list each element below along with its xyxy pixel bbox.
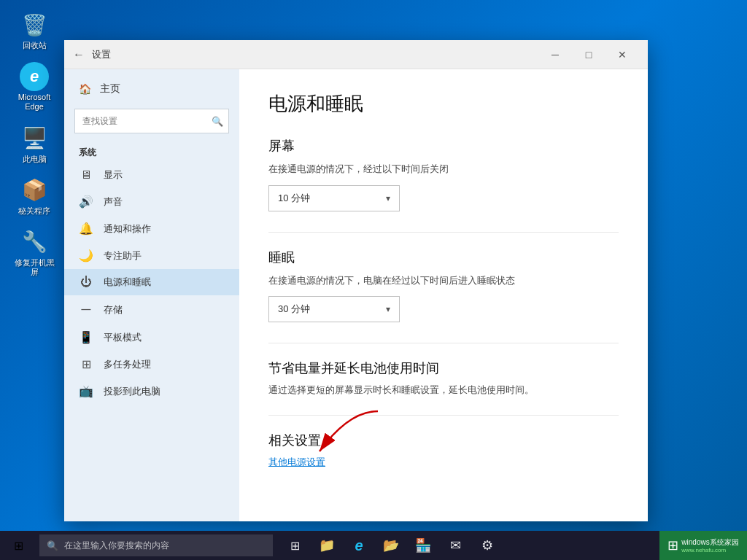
divider-2 <box>268 343 619 343</box>
taskbar: ⊞ 🔍 在这里输入你要搜索的内容 ⊞ 📁 e 📂 🏪 ✉ <box>0 531 747 560</box>
storage-icon: ─ <box>79 302 93 317</box>
store-icon: 🏪 <box>415 537 431 553</box>
taskbar-store[interactable]: 🏪 <box>407 531 439 560</box>
power-icon: ⏻ <box>79 276 93 289</box>
taskbar-settings[interactable]: ⚙ <box>471 531 503 560</box>
edge-icon[interactable]: e MicrosoftEdge <box>9 59 60 114</box>
title-bar: ← 设置 ─ □ ✕ <box>64 40 648 69</box>
home-label: 主页 <box>100 82 120 96</box>
settings-window: ← 设置 ─ □ ✕ 🏠 主页 🔍 系统 <box>64 40 648 521</box>
search-icon: 🔍 <box>212 116 223 127</box>
save-energy-desc: 通过选择更短的屏幕显示时长和睡眠设置，延长电池使用时间。 <box>268 383 619 397</box>
sidebar-item-sound[interactable]: 🔊 声音 <box>64 188 239 215</box>
taskbar-edge[interactable]: e <box>343 531 375 560</box>
screen-section-title: 屏幕 <box>268 137 619 155</box>
sidebar-home-button[interactable]: 🏠 主页 <box>64 75 239 103</box>
sidebar-item-notifications[interactable]: 🔔 通知和操作 <box>64 215 239 242</box>
project-label: 投影到此电脑 <box>104 385 160 398</box>
page-title: 电源和睡眠 <box>268 91 619 117</box>
tablet-icon: 📱 <box>79 330 93 344</box>
brand-logo-icon: ⊞ <box>667 537 678 553</box>
taskbar-file-explorer[interactable]: 📁 <box>311 531 343 560</box>
divider-1 <box>268 232 619 233</box>
desktop-icons: 🗑️ 回收站 e MicrosoftEdge 🖥️ 此电脑 📦 秘关程序 🔧 修… <box>9 7 60 280</box>
window-controls: ─ □ ✕ <box>538 40 639 69</box>
brand-name: windows系统家园 <box>681 538 738 547</box>
taskbar-apps: ⊞ 📁 e 📂 🏪 ✉ ⚙ <box>279 531 503 560</box>
fix-app-icon[interactable]: 🔧 修复开机黑屏 <box>9 225 60 280</box>
sidebar-section-title: 系统 <box>64 139 239 162</box>
screen-timeout-dropdown[interactable]: 10 分钟 ▾ <box>268 185 400 211</box>
notifications-icon: 🔔 <box>79 222 93 236</box>
sleep-section-desc: 在接通电源的情况下，电脑在经过以下时间后进入睡眠状态 <box>268 273 619 288</box>
sidebar-item-multitask[interactable]: ⊞ 多任务处理 <box>64 351 239 378</box>
sound-label: 声音 <box>104 195 123 209</box>
close-button[interactable]: ✕ <box>605 40 639 69</box>
sidebar-item-power[interactable]: ⏻ 电源和睡眠 <box>64 269 239 295</box>
sidebar-item-storage[interactable]: ─ 存储 <box>64 295 239 324</box>
brand-url: www.nehafu.com <box>681 547 738 553</box>
back-button[interactable]: ← <box>73 48 85 61</box>
explorer-icon: 📂 <box>383 537 399 553</box>
sleep-timeout-value: 30 分钟 <box>278 303 310 316</box>
multitask-icon: ⊞ <box>79 357 93 371</box>
focus-label: 专注助手 <box>104 249 142 262</box>
taskbar-explorer[interactable]: 📂 <box>375 531 407 560</box>
sidebar-item-project[interactable]: 📺 投影到此电脑 <box>64 378 239 405</box>
taskbar-right: 🌙 ⊟ e ⊞ windows系统家园 www.nehafu.com <box>668 531 747 560</box>
home-icon: 🏠 <box>79 83 91 95</box>
notifications-label: 通知和操作 <box>104 222 151 236</box>
recycle-bin-icon[interactable]: 🗑️ 回收站 <box>9 7 60 53</box>
related-section-title: 相关设置 <box>268 432 619 449</box>
focus-icon: 🌙 <box>79 249 93 262</box>
multitask-label: 多任务处理 <box>104 358 151 371</box>
secret-app-icon[interactable]: 📦 秘关程序 <box>9 173 60 219</box>
project-icon: 📺 <box>79 384 93 398</box>
save-energy-title: 节省电量并延长电池使用时间 <box>268 359 619 377</box>
sidebar-item-tablet[interactable]: 📱 平板模式 <box>64 324 239 351</box>
sidebar-search: 🔍 <box>74 109 229 133</box>
taskbar-task-view[interactable]: ⊞ <box>279 531 311 560</box>
arrow-container: 其他电源设置 <box>268 455 619 469</box>
start-button[interactable]: ⊞ <box>0 531 36 560</box>
divider-3 <box>268 415 619 416</box>
sidebar: 🏠 主页 🔍 系统 🖥 显示 🔊 声音 🔔 通 <box>64 69 239 521</box>
taskbar-search-icon: 🔍 <box>47 540 58 551</box>
display-label: 显示 <box>104 168 123 182</box>
sleep-dropdown-arrow: ▾ <box>386 304 390 314</box>
screen-timeout-value: 10 分钟 <box>278 192 310 205</box>
desktop: 🗑️ 回收站 e MicrosoftEdge 🖥️ 此电脑 📦 秘关程序 🔧 修… <box>0 0 747 560</box>
this-pc-icon[interactable]: 🖥️ 此电脑 <box>9 121 60 167</box>
display-icon: 🖥 <box>79 168 93 182</box>
start-icon: ⊞ <box>14 539 23 553</box>
minimize-button[interactable]: ─ <box>538 40 572 69</box>
sidebar-item-focus[interactable]: 🌙 专注助手 <box>64 242 239 269</box>
brand-badge: ⊞ windows系统家园 www.nehafu.com <box>659 531 747 560</box>
sleep-timeout-dropdown[interactable]: 30 分钟 ▾ <box>268 296 400 322</box>
file-explorer-icon: 📁 <box>319 537 335 553</box>
maximize-button[interactable]: □ <box>572 40 605 69</box>
taskbar-search-text: 在这里输入你要搜索的内容 <box>64 540 169 552</box>
screen-dropdown-arrow: ▾ <box>386 193 390 203</box>
sound-icon: 🔊 <box>79 195 93 209</box>
screen-section-desc: 在接通电源的情况下，经过以下时间后关闭 <box>268 162 619 176</box>
search-input[interactable] <box>74 109 229 133</box>
tablet-label: 平板模式 <box>104 331 142 344</box>
save-energy-section: 节省电量并延长电池使用时间 通过选择更短的屏幕显示时长和睡眠设置，延长电池使用时… <box>268 359 619 397</box>
settings-icon: ⚙ <box>481 537 493 553</box>
edge-taskbar-icon: e <box>355 537 363 554</box>
mail-icon: ✉ <box>450 537 461 553</box>
window-title: 设置 <box>92 48 538 61</box>
main-content: 电源和睡眠 屏幕 在接通电源的情况下，经过以下时间后关闭 10 分钟 ▾ 睡眠 … <box>239 69 648 521</box>
taskbar-search[interactable]: 🔍 在这里输入你要搜索的内容 <box>39 534 273 556</box>
other-power-settings-link[interactable]: 其他电源设置 <box>268 456 325 467</box>
sleep-section-title: 睡眠 <box>268 249 619 266</box>
storage-label: 存储 <box>104 303 123 316</box>
power-label: 电源和睡眠 <box>104 276 151 289</box>
window-body: 🏠 主页 🔍 系统 🖥 显示 🔊 声音 🔔 通 <box>64 69 648 521</box>
taskbar-mail[interactable]: ✉ <box>439 531 471 560</box>
sidebar-item-display[interactable]: 🖥 显示 <box>64 162 239 188</box>
task-view-icon: ⊞ <box>290 539 300 553</box>
